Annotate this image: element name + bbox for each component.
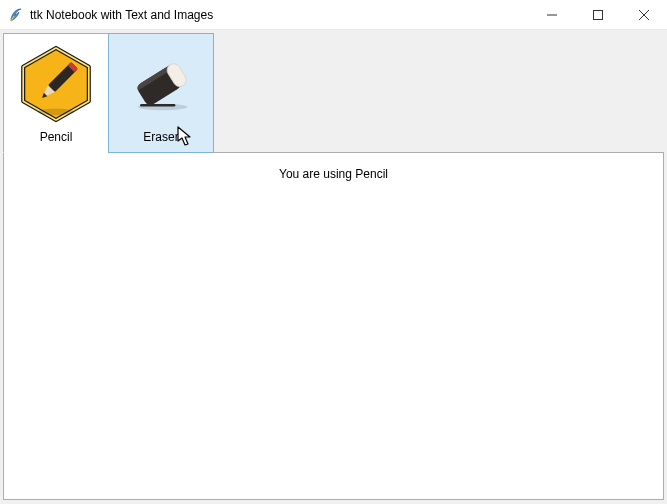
tab-label: Pencil: [40, 130, 73, 144]
cursor-icon: [177, 126, 195, 151]
tab-content: You are using Pencil: [3, 152, 664, 500]
close-button[interactable]: [621, 0, 667, 30]
svg-point-11: [38, 109, 74, 116]
tab-eraser[interactable]: Eraser: [108, 33, 214, 153]
app-feather-icon: [8, 7, 24, 23]
svg-rect-2: [594, 10, 603, 19]
tab-strip: Pencil Eraser: [3, 33, 664, 153]
pencil-icon: [12, 40, 100, 128]
tab-label: Eraser: [143, 130, 178, 144]
titlebar: ttk Notebook with Text and Images: [0, 0, 667, 30]
eraser-icon: [117, 40, 205, 128]
maximize-button[interactable]: [575, 0, 621, 30]
client-area: Pencil Eraser: [0, 30, 667, 504]
tab-pencil[interactable]: Pencil: [3, 33, 109, 153]
window-title: ttk Notebook with Text and Images: [30, 8, 213, 22]
content-message: You are using Pencil: [279, 167, 388, 181]
minimize-button[interactable]: [529, 0, 575, 30]
